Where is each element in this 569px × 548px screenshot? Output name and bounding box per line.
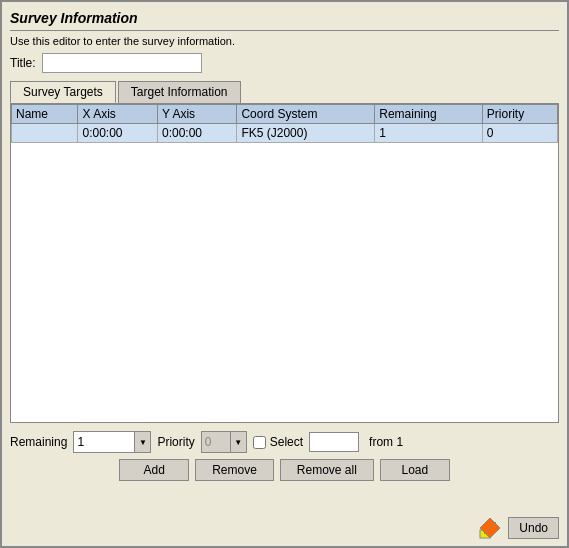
priority-spinner: ▼	[201, 431, 247, 453]
survey-information-window: Survey Information Use this editor to en…	[0, 0, 569, 548]
select-checkbox-group: Select	[253, 435, 303, 449]
description-text: Use this editor to enter the survey info…	[10, 35, 559, 47]
col-header-coord-system: Coord System	[237, 105, 375, 124]
remaining-label: Remaining	[10, 435, 67, 449]
title-row: Title:	[10, 53, 559, 73]
priority-label: Priority	[157, 435, 194, 449]
window-title: Survey Information	[10, 10, 559, 31]
cell-x-axis: 0:00:00	[78, 124, 157, 143]
bottom-bar: Undo	[478, 516, 559, 540]
col-header-y-axis: Y Axis	[157, 105, 236, 124]
col-header-remaining: Remaining	[375, 105, 483, 124]
priority-dropdown-btn[interactable]: ▼	[230, 432, 246, 452]
col-header-x-axis: X Axis	[78, 105, 157, 124]
targets-table-container: Name X Axis Y Axis Coord System Remainin…	[10, 103, 559, 423]
from-label: from 1	[369, 435, 403, 449]
select-label: Select	[270, 435, 303, 449]
cell-remaining: 1	[375, 124, 483, 143]
col-header-name: Name	[12, 105, 78, 124]
priority-input[interactable]	[202, 432, 230, 452]
remove-button[interactable]: Remove	[195, 459, 274, 481]
undo-button[interactable]: Undo	[508, 517, 559, 539]
title-label: Title:	[10, 56, 36, 70]
targets-table: Name X Axis Y Axis Coord System Remainin…	[11, 104, 558, 143]
tab-target-information[interactable]: Target Information	[118, 81, 241, 103]
cell-name	[12, 124, 78, 143]
table-header-row: Name X Axis Y Axis Coord System Remainin…	[12, 105, 558, 124]
select-value-input[interactable]	[309, 432, 359, 452]
cell-y-axis: 0:00:00	[157, 124, 236, 143]
load-button[interactable]: Load	[380, 459, 450, 481]
title-input[interactable]	[42, 53, 202, 73]
remaining-dropdown-btn[interactable]: ▼	[134, 432, 150, 452]
cell-priority: 0	[482, 124, 557, 143]
tab-survey-targets[interactable]: Survey Targets	[10, 81, 116, 103]
bottom-controls: Remaining ▼ Priority ▼ Select from 1 Add…	[10, 431, 559, 481]
col-header-priority: Priority	[482, 105, 557, 124]
remove-all-button[interactable]: Remove all	[280, 459, 374, 481]
tab-bar: Survey Targets Target Information	[10, 81, 559, 103]
remaining-spinner: ▼	[73, 431, 151, 453]
remaining-priority-row: Remaining ▼ Priority ▼ Select from 1	[10, 431, 559, 453]
remaining-input[interactable]	[74, 432, 134, 452]
table-row[interactable]: 0:00:00 0:00:00 FK5 (J2000) 1 0	[12, 124, 558, 143]
action-buttons-row: Add Remove Remove all Load	[10, 459, 559, 481]
pencil-icon	[478, 516, 502, 540]
cell-coord-system: FK5 (J2000)	[237, 124, 375, 143]
select-checkbox[interactable]	[253, 436, 266, 449]
add-button[interactable]: Add	[119, 459, 189, 481]
